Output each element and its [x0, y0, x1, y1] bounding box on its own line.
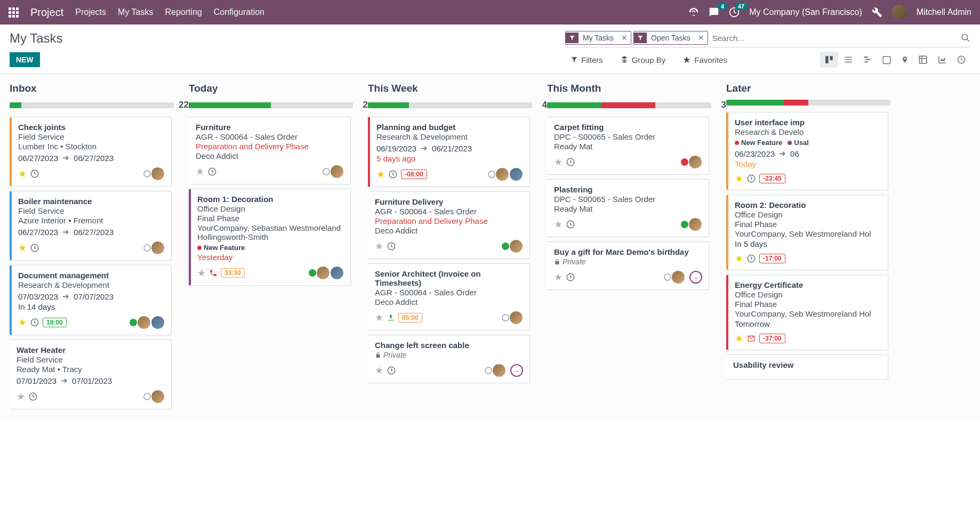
status-dot[interactable] — [143, 244, 151, 252]
star-icon[interactable]: ★ — [375, 240, 383, 252]
star-icon[interactable]: ★ — [554, 271, 563, 283]
assignee-avatar[interactable] — [151, 390, 165, 404]
clock-icon[interactable] — [30, 169, 39, 179]
clock-icon[interactable] — [746, 254, 756, 263]
task-card[interactable]: Water HeaterField ServiceReady Mat • Tra… — [10, 340, 172, 409]
star-icon[interactable]: ★ — [554, 219, 563, 230]
upload-icon[interactable] — [387, 313, 395, 322]
voip-icon[interactable] — [688, 7, 699, 18]
clock-icon[interactable] — [207, 167, 217, 176]
view-gantt[interactable] — [858, 52, 877, 68]
task-card[interactable]: Change left screen cablePrivate★⌣ — [368, 335, 530, 383]
star-icon[interactable]: ★ — [735, 253, 743, 264]
assignee-avatar[interactable] — [137, 316, 151, 329]
assignee-avatar[interactable] — [688, 217, 702, 231]
status-dot[interactable] — [488, 171, 495, 178]
search-input[interactable] — [710, 31, 961, 45]
task-card[interactable]: Planning and budgetResearch & Developmen… — [368, 117, 530, 187]
star-icon[interactable]: ★ — [17, 391, 25, 402]
clock-icon[interactable] — [387, 366, 396, 375]
status-dot[interactable] — [323, 168, 330, 175]
progress-bar[interactable] — [189, 102, 353, 108]
clock-icon[interactable] — [387, 241, 396, 251]
assignee-avatar[interactable] — [509, 167, 523, 181]
apps-icon[interactable] — [9, 7, 19, 18]
star-icon[interactable]: ★ — [735, 173, 743, 184]
chip-close-icon[interactable]: ✕ — [695, 31, 708, 44]
task-card[interactable]: Senior Architect (Invoice on Timesheets)… — [368, 263, 530, 330]
messages-icon[interactable]: 4 — [709, 7, 719, 18]
assignee-avatar[interactable] — [330, 266, 344, 280]
envelope-icon[interactable] — [746, 335, 756, 342]
new-button[interactable]: NEW — [10, 52, 40, 67]
nav-configuration[interactable]: Configuration — [214, 7, 264, 17]
task-card[interactable]: Document managementResearch & Developmen… — [10, 265, 172, 335]
progress-bar[interactable] — [726, 100, 890, 106]
clock-icon[interactable] — [566, 220, 575, 229]
assignee-avatar[interactable] — [151, 241, 165, 255]
progress-bar[interactable] — [547, 102, 711, 108]
task-card[interactable]: Buy a gift for Marc Demo's birthdayPriva… — [547, 241, 709, 290]
status-dot[interactable] — [309, 269, 316, 277]
star-icon[interactable]: ★ — [375, 365, 383, 376]
status-dot[interactable] — [681, 158, 688, 166]
assignee-avatar[interactable] — [671, 270, 685, 284]
filter-chip-my-tasks[interactable]: My Tasks ✕ — [565, 31, 631, 45]
company-selector[interactable]: My Company (San Francisco) — [749, 7, 862, 17]
clock-icon[interactable] — [388, 170, 398, 179]
status-dot[interactable] — [143, 393, 151, 400]
clock-icon[interactable] — [566, 272, 575, 282]
user-name[interactable]: Mitchell Admin — [917, 7, 971, 17]
star-icon[interactable]: ★ — [18, 168, 27, 180]
app-name[interactable]: Project — [30, 6, 63, 19]
star-icon[interactable]: ★ — [735, 333, 743, 344]
clock-icon[interactable] — [30, 243, 39, 253]
nav-my-tasks[interactable]: My Tasks — [118, 7, 153, 17]
view-activity[interactable] — [952, 52, 970, 68]
view-list[interactable] — [839, 52, 857, 68]
task-card[interactable]: PlasteringDPC - S00065 - Sales OrderRead… — [547, 179, 709, 237]
star-icon[interactable]: ★ — [18, 242, 27, 254]
assignee-avatar[interactable] — [509, 239, 523, 253]
task-card[interactable]: Carpet fittingDPC - S00065 - Sales Order… — [547, 117, 709, 175]
nav-reporting[interactable]: Reporting — [165, 7, 202, 17]
assignee-avatar[interactable] — [330, 165, 344, 179]
task-card[interactable]: User interface impResearch & DeveloNew F… — [726, 112, 888, 190]
task-card[interactable]: Check jointsField ServiceLumber Inc • St… — [10, 117, 172, 187]
search-icon[interactable] — [961, 33, 970, 43]
assignee-avatar[interactable] — [688, 155, 702, 169]
status-dot[interactable] — [502, 314, 509, 321]
activities-icon[interactable]: 47 — [729, 7, 740, 18]
assignee-avatar[interactable] — [316, 266, 330, 280]
column-title[interactable]: Today — [189, 83, 218, 94]
column-title[interactable]: This Month — [547, 83, 601, 94]
task-card[interactable]: Usability review — [726, 354, 888, 380]
assignee-avatar[interactable] — [492, 364, 506, 377]
user-avatar[interactable] — [892, 5, 907, 20]
rating-icon[interactable]: ⌣ — [689, 271, 702, 284]
status-dot[interactable] — [681, 221, 688, 228]
rating-icon[interactable]: ⌣ — [510, 364, 523, 377]
task-card[interactable]: Furniture DeliveryAGR - S00064 - Sales O… — [368, 191, 530, 259]
column-title[interactable]: Inbox — [10, 83, 37, 94]
star-icon[interactable]: ★ — [554, 156, 563, 168]
status-dot[interactable] — [143, 170, 151, 178]
phone-icon[interactable] — [209, 269, 218, 277]
assignee-avatar[interactable] — [151, 316, 165, 329]
progress-bar[interactable] — [368, 102, 532, 108]
nav-projects[interactable]: Projects — [75, 7, 106, 17]
status-dot[interactable] — [502, 243, 509, 250]
column-title[interactable]: Later — [726, 83, 751, 94]
filters-button[interactable]: Filters — [565, 53, 608, 67]
task-card[interactable]: Boiler maintenanceField ServiceAzure Int… — [10, 191, 172, 261]
debug-icon[interactable] — [872, 7, 882, 18]
task-card[interactable]: FurnitureAGR - S00064 - Sales OrderPrepa… — [189, 117, 351, 184]
star-icon[interactable]: ★ — [196, 166, 204, 178]
groupby-button[interactable]: Group By — [615, 53, 671, 67]
star-icon[interactable]: ★ — [197, 267, 206, 279]
task-card[interactable]: Room 2: DecoratioOffice DesignFinal Phas… — [726, 195, 888, 270]
star-icon[interactable]: ★ — [18, 317, 27, 328]
view-graph[interactable] — [933, 52, 951, 68]
status-dot[interactable] — [664, 273, 671, 281]
assignee-avatar[interactable] — [509, 311, 523, 325]
